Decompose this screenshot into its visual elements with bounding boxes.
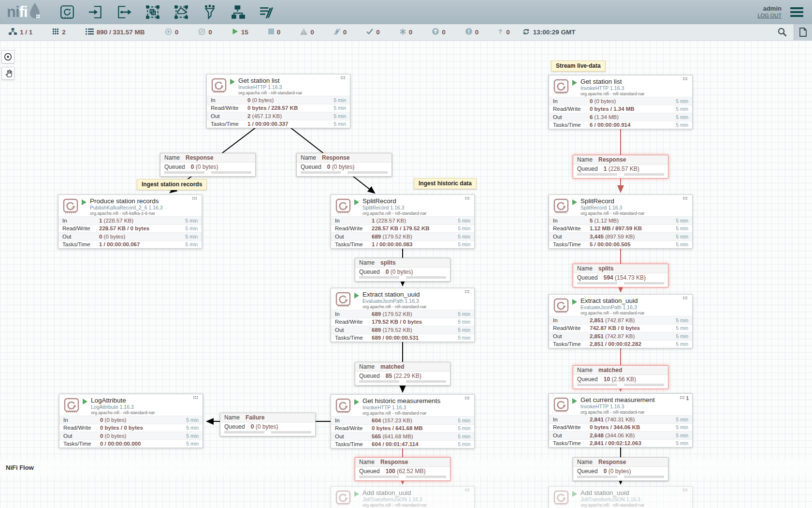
processor-type: LogAttribute 1.16.3 xyxy=(91,404,155,410)
birdseye-button[interactable] xyxy=(1,50,14,63)
status-bar-item-running: 15 xyxy=(232,28,261,36)
processor-node[interactable]: Extract station_uuid EvaluateJsonPath 1.… xyxy=(549,294,693,348)
processor-stat-row: Read/Write 0 bytes / 1.34 MB 5 min xyxy=(549,105,692,113)
process-group-icon[interactable] xyxy=(144,3,161,21)
connection-label[interactable]: Name matched Queued 85 (22.29 KB) xyxy=(355,362,450,386)
processor-node[interactable]: Produce station records PublishKafkaReco… xyxy=(58,194,202,249)
breadcrumb[interactable]: NiFi Flow xyxy=(0,464,34,471)
connection-queued-key: Queued xyxy=(301,164,321,170)
processor-stat-row: In 1 (228.57 KB) 5 min xyxy=(58,216,202,224)
processor-stat-row: Out 2,648 (344.06 KB) 5 min xyxy=(549,431,692,439)
running-status-icon xyxy=(354,399,359,405)
remote-process-group-icon[interactable] xyxy=(173,3,190,21)
input-port-icon[interactable] xyxy=(87,3,104,21)
processor-node[interactable]: LogAttribute LogAttribute 1.16.3 org.apa… xyxy=(59,394,203,448)
queue-pressure-bars xyxy=(355,276,450,281)
canvas-note-label[interactable]: Ingest historic data xyxy=(414,178,477,189)
refresh-status[interactable]: 13:00:29 GMT xyxy=(522,28,576,37)
connection-label[interactable]: Name matched Queued 10 (2.56 KB) xyxy=(573,365,668,389)
processor-node[interactable]: Extract station_uuid EvaluateJsonPath 1.… xyxy=(331,288,475,342)
connection-label[interactable]: Name Response Queued 1 (228.57 KB) xyxy=(573,155,668,179)
stat-value: 689 / 00:00:00.531 xyxy=(372,335,419,341)
logout-link[interactable]: LOG OUT xyxy=(757,12,782,19)
processor-node[interactable]: Add station_uuid JoltTransformJSON 1.16.… xyxy=(331,486,475,508)
connection-label[interactable]: Name Response Queued 0 (0 bytes) xyxy=(573,457,668,481)
connection-label[interactable]: Name splits Queued 0 (0 bytes) xyxy=(355,258,450,282)
processor-type: SplitRecord 1.16.3 xyxy=(580,205,645,211)
queue-pressure-bars xyxy=(573,282,668,287)
running-status-icon xyxy=(82,199,87,205)
processor-bundle: org.apache.nifi - nifi-standard-nar xyxy=(362,503,427,508)
connection-label[interactable]: Name Failure Queued 0 (0 bytes) xyxy=(220,413,316,436)
stat-value-detail: (457.13 KB) xyxy=(250,113,282,119)
bulletin-board-button[interactable] xyxy=(794,24,812,40)
status-bar-item-disabled: 0 xyxy=(334,28,360,37)
processor-node[interactable]: Get historic measurements InvokeHTTP 1.1… xyxy=(331,394,475,448)
connection-name-key: Name xyxy=(359,459,375,465)
active-threads-badge xyxy=(683,297,689,301)
connection-queued-key: Queued xyxy=(577,376,598,383)
global-menu-icon[interactable] xyxy=(788,5,805,19)
stat-label: Tasks/Time xyxy=(335,441,372,447)
active-threads-badge xyxy=(465,290,471,295)
funnel-icon[interactable] xyxy=(201,3,218,21)
stat-label: In xyxy=(211,97,247,103)
processor-stamp-icon xyxy=(335,197,351,216)
hand-tool-button[interactable] xyxy=(1,67,14,80)
processor-stat-row: Tasks/Time 1 / 00:00:00.083 5 min xyxy=(331,240,474,249)
processor-name: LogAttribute xyxy=(91,397,155,404)
processor-node[interactable]: Get station list InvokeHTTP 1.16.3 org.a… xyxy=(549,75,693,129)
refresh-icon[interactable] xyxy=(522,28,530,37)
stat-label: Read/Write xyxy=(553,225,590,231)
connection-queued-size: (154.73 KB) xyxy=(613,274,646,281)
stat-window: 5 min xyxy=(676,114,688,120)
canvas-note-label[interactable]: Ingest station records xyxy=(137,179,207,190)
connection-label[interactable]: Name Response Queued 100 (62.52 MB) xyxy=(355,457,450,481)
stat-label: Read/Write xyxy=(63,425,100,431)
processor-bundle: org.apache.nifi - nifi-standard-nar xyxy=(580,91,645,97)
cluster-icon xyxy=(9,28,17,37)
processor-node[interactable]: SplitRecord SplitRecord 1.16.3 org.apach… xyxy=(331,194,475,249)
stat-value: 1 / 00:00:00.067 xyxy=(99,241,140,247)
connection-name: Failure xyxy=(246,414,264,421)
connection-label[interactable]: Name splits Queued 594 (154.73 KB) xyxy=(573,264,668,287)
processor-node[interactable]: Add station_uuid JoltTransformJSON 1.16.… xyxy=(549,486,693,508)
stat-window: 5 min xyxy=(458,234,470,239)
active-threads-badge xyxy=(465,197,471,201)
processor-node[interactable]: Get current measurement InvokeHTTP 1.16.… xyxy=(549,393,693,448)
queue-pressure-bars xyxy=(355,475,450,480)
status-bar-item-stale: 0 xyxy=(432,28,458,36)
stat-window: 5 min xyxy=(458,225,470,231)
processor-icon[interactable] xyxy=(58,3,76,21)
connection-name-key: Name xyxy=(577,459,593,465)
flow-canvas[interactable]: NiFi Flow Get station list InvokeHTTP 1.… xyxy=(0,41,812,508)
stat-value: 0 / 00:00:00.000 xyxy=(100,441,141,447)
label-icon[interactable] xyxy=(258,3,276,21)
connection-queued-size: (0 bytes) xyxy=(254,423,278,430)
output-port-icon[interactable] xyxy=(116,3,133,21)
connection-queued-key: Queued xyxy=(224,423,245,430)
search-icon[interactable] xyxy=(771,24,794,40)
canvas-note-label[interactable]: Stream live-data xyxy=(551,60,606,72)
stat-window: 5 min xyxy=(676,333,688,339)
stopped-icon xyxy=(268,29,274,36)
template-icon[interactable] xyxy=(230,3,247,21)
stat-value-detail: (0 bytes) xyxy=(102,234,125,239)
stat-label: In xyxy=(335,218,372,224)
stat-window: 5 min xyxy=(458,241,470,247)
stat-window: 5 min xyxy=(676,417,688,422)
stat-value: 179.52 KB / 0 bytes xyxy=(372,319,422,325)
processor-node[interactable]: SplitRecord SplitRecord 1.16.3 org.apach… xyxy=(549,194,693,249)
stat-value: 0 bytes / 641.68 MB xyxy=(372,425,422,431)
logo-text-ni: ni xyxy=(7,3,19,20)
processor-stamp-icon xyxy=(553,396,569,415)
stat-value: 604 xyxy=(372,418,381,423)
processor-type: JoltTransformJSON 1.16.3 xyxy=(580,496,645,503)
connection-queued-key: Queued xyxy=(577,274,598,281)
processor-name: Add station_uuid xyxy=(362,489,427,496)
processor-node[interactable]: Get station list InvokeHTTP 1.16.3 org.a… xyxy=(206,74,350,128)
processor-type: InvokeHTTP 1.16.3 xyxy=(362,404,440,411)
processor-stat-row: Read/Write 0 bytes / 344.06 KB 5 min xyxy=(549,423,692,432)
connection-label[interactable]: Name Response Queued 0 (0 bytes) xyxy=(160,153,256,177)
connection-label[interactable]: Name Response Queued 0 (0 bytes) xyxy=(296,153,392,177)
